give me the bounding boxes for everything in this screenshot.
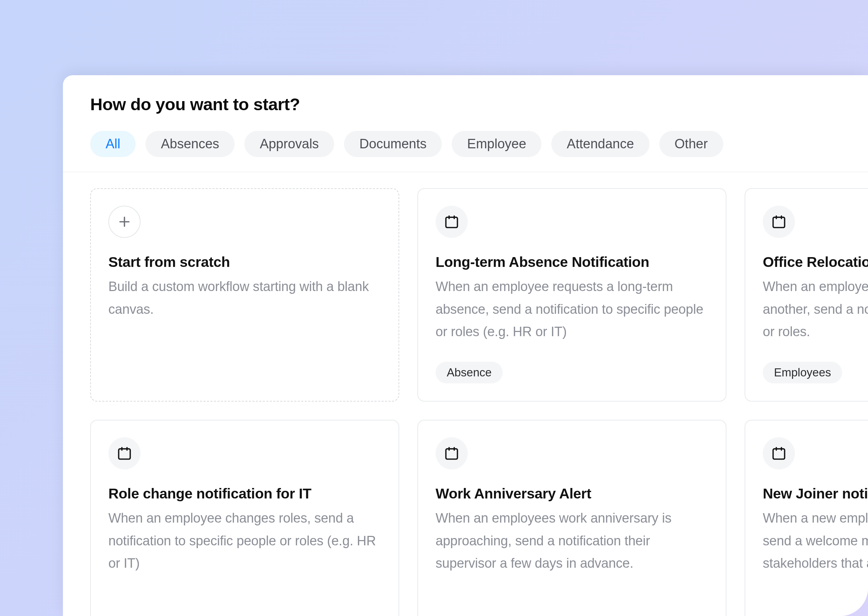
calendar-icon (436, 206, 468, 238)
tab-all[interactable]: All (90, 131, 136, 157)
plus-icon (108, 206, 141, 238)
card-office-relocation[interactable]: Office Relocation When an employee moves… (744, 188, 868, 402)
card-title: New Joiner notification (763, 486, 868, 502)
card-description: When an employee moves from one office t… (763, 275, 868, 343)
card-new-joiner[interactable]: New Joiner notification When a new emplo… (744, 420, 868, 616)
card-description: When an employees work anniversary is ap… (436, 507, 708, 575)
card-start-from-scratch[interactable]: Start from scratch Build a custom workfl… (90, 188, 399, 402)
svg-rect-11 (446, 449, 458, 459)
tab-approvals[interactable]: Approvals (244, 131, 334, 157)
filter-tabs: All Absences Approvals Documents Employe… (63, 114, 868, 172)
svg-rect-8 (119, 449, 130, 459)
tab-other[interactable]: Other (659, 131, 723, 157)
calendar-icon (108, 437, 141, 470)
svg-rect-14 (773, 449, 785, 459)
card-tags: Absence (436, 348, 708, 383)
tab-documents[interactable]: Documents (344, 131, 442, 157)
card-description: When a new employee joins the company, s… (763, 507, 868, 575)
tag-absence: Absence (436, 362, 503, 383)
template-cards-grid: Start from scratch Build a custom workfl… (63, 172, 868, 616)
calendar-icon (763, 437, 795, 470)
tab-employee[interactable]: Employee (452, 131, 542, 157)
card-work-anniversary[interactable]: Work Anniversary Alert When an employees… (417, 420, 726, 616)
card-title: Office Relocation (763, 254, 868, 270)
svg-rect-5 (773, 217, 785, 227)
card-description: When an employee requests a long-term ab… (436, 275, 708, 343)
card-long-term-absence[interactable]: Long-term Absence Notification When an e… (417, 188, 726, 402)
tab-attendance[interactable]: Attendance (551, 131, 649, 157)
card-title: Start from scratch (108, 254, 381, 270)
card-description: When an employee changes roles, send a n… (108, 507, 381, 575)
tag-employees: Employees (763, 362, 842, 383)
gradient-backdrop: How do you want to start? All Absences A… (0, 0, 868, 616)
card-title: Role change notification for IT (108, 486, 381, 502)
card-title: Long-term Absence Notification (436, 254, 708, 270)
svg-rect-2 (446, 217, 458, 227)
card-title: Work Anniversary Alert (436, 486, 708, 502)
card-description: Build a custom workflow starting with a … (108, 275, 381, 321)
tab-absences[interactable]: Absences (146, 131, 235, 157)
calendar-icon (436, 437, 468, 470)
calendar-icon (763, 206, 795, 238)
page-title: How do you want to start? (63, 94, 868, 114)
card-tags: Employees (763, 348, 868, 383)
card-role-change[interactable]: Role change notification for IT When an … (90, 420, 399, 616)
main-panel: How do you want to start? All Absences A… (63, 75, 868, 616)
